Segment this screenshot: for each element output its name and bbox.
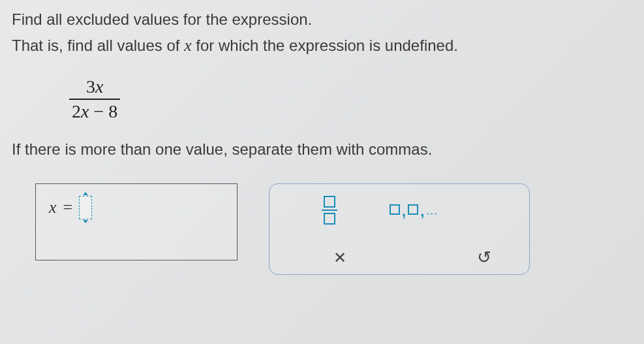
answer-input[interactable] bbox=[79, 196, 92, 219]
list-comma2-icon: , bbox=[420, 204, 424, 219]
list-dots-icon: ... bbox=[426, 204, 438, 218]
question-line-1: Find all excluded values for the express… bbox=[12, 8, 632, 31]
question-line-2-post: for which the expression is undefined. bbox=[192, 37, 458, 54]
answer-box[interactable]: x = bbox=[35, 183, 238, 260]
clear-button[interactable]: ✕ bbox=[333, 249, 346, 267]
undo-button[interactable]: ↻ bbox=[477, 247, 491, 268]
expression-numerator: 3x bbox=[69, 76, 120, 100]
list-comma1-icon: , bbox=[402, 204, 406, 219]
list-box2-icon bbox=[408, 204, 418, 215]
list-tool-button[interactable]: , , ... bbox=[390, 203, 438, 218]
list-box1-icon bbox=[390, 204, 400, 215]
question-line-2: That is, find all values of x for which … bbox=[12, 33, 632, 58]
instruction-text: If there is more than one value, separat… bbox=[12, 140, 632, 159]
answer-variable: x bbox=[49, 198, 57, 217]
expression-denominator: 2x − 8 bbox=[69, 100, 120, 122]
expression-fraction: 3x 2x − 8 bbox=[69, 76, 632, 122]
fraction-tool-button[interactable] bbox=[322, 196, 337, 225]
fraction-bar-icon bbox=[322, 210, 337, 211]
question-line-2-pre: That is, find all values of bbox=[12, 37, 184, 54]
fraction-denominator-icon bbox=[324, 213, 335, 225]
answer-equals: = bbox=[63, 198, 73, 217]
fraction-numerator-icon bbox=[324, 196, 335, 208]
question-variable: x bbox=[184, 36, 192, 55]
toolbox: , , ... ✕ ↻ bbox=[269, 183, 530, 275]
